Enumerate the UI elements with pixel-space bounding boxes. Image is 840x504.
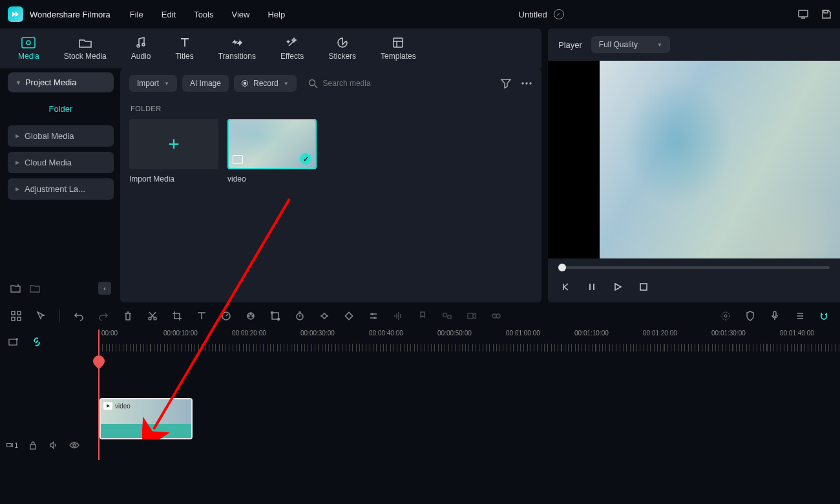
render-icon[interactable] — [466, 310, 478, 322]
timeline-tracks[interactable]: 00:00 00:00:10:00 00:00:20:00 00:00:30:0… — [98, 330, 840, 460]
mask-icon[interactable] — [343, 310, 355, 322]
tab-audio[interactable]: Audio — [131, 36, 151, 61]
tab-transitions[interactable]: Transitions — [218, 36, 256, 61]
track-icon[interactable] — [490, 310, 502, 322]
sidebar-item-cloud-media[interactable]: ▶ Cloud Media — [8, 152, 114, 173]
svg-point-22 — [248, 315, 249, 317]
shield-icon[interactable] — [744, 310, 756, 322]
ruler-tick: 00:00:30:00 — [300, 330, 335, 337]
new-folder-icon[interactable] — [10, 284, 21, 293]
svg-point-33 — [496, 314, 500, 318]
text-tool-icon[interactable] — [196, 310, 207, 322]
sidebar: ▼ Project Media Folder ▶ Global Media ▶ … — [8, 68, 114, 302]
stop-button[interactable] — [638, 282, 649, 292]
timer-icon[interactable] — [294, 310, 306, 322]
svg-rect-15 — [17, 317, 21, 320]
speed-icon[interactable] — [220, 310, 232, 322]
cut-icon[interactable] — [147, 310, 158, 322]
play-pause-button[interactable] — [587, 282, 597, 292]
progress-bar[interactable] — [558, 266, 830, 269]
tab-stock-media[interactable]: Stock Media — [64, 36, 107, 61]
redo-icon[interactable] — [98, 310, 109, 322]
quality-select[interactable]: Full Quality ▼ — [591, 36, 670, 53]
add-track-icon[interactable] — [8, 336, 19, 348]
keyframe-icon[interactable] — [319, 310, 330, 322]
player-panel: Player Full Quality ▼ — [548, 28, 840, 302]
list-icon[interactable] — [793, 310, 805, 322]
ai-image-button[interactable]: AI Image — [182, 75, 229, 92]
playhead[interactable] — [98, 330, 100, 460]
mute-icon[interactable] — [48, 439, 59, 451]
menu-file[interactable]: File — [130, 10, 143, 19]
timeline-toolbar — [0, 302, 840, 330]
video-track-icon[interactable]: 1 — [6, 439, 18, 451]
progress-thumb[interactable] — [558, 264, 566, 271]
svg-point-20 — [250, 313, 251, 315]
undo-icon[interactable] — [73, 310, 85, 322]
marker-icon[interactable] — [417, 310, 428, 322]
adjust-icon[interactable] — [368, 310, 379, 322]
group-icon[interactable] — [441, 310, 453, 322]
svg-rect-36 — [773, 311, 776, 317]
tab-titles[interactable]: Titles — [175, 36, 193, 61]
collapse-sidebar-button[interactable]: ‹ — [98, 282, 111, 295]
mic-icon[interactable] — [769, 310, 781, 322]
cursor-icon[interactable] — [35, 310, 47, 322]
tab-templates[interactable]: Templates — [381, 36, 416, 61]
menu-tools[interactable]: Tools — [194, 10, 213, 19]
ruler-tick: 00:00:10:00 — [163, 330, 198, 337]
save-icon[interactable] — [821, 8, 832, 20]
svg-point-8 — [521, 82, 523, 84]
tab-media[interactable]: Media — [18, 36, 39, 61]
separator — [59, 310, 60, 322]
timeline-ruler[interactable]: 00:00 00:00:10:00 00:00:20:00 00:00:30:0… — [98, 330, 840, 352]
transform-icon[interactable] — [269, 310, 281, 322]
svg-point-24 — [271, 312, 273, 314]
sidebar-item-label: Global Media — [25, 131, 74, 141]
ruler-tick: 00:01:30:00 — [711, 330, 746, 337]
grid-icon[interactable] — [10, 310, 22, 322]
sticker-icon — [337, 36, 348, 49]
folder-icon[interactable] — [30, 284, 40, 293]
menu-help[interactable]: Help — [268, 10, 285, 19]
display-icon[interactable] — [797, 8, 809, 20]
sidebar-folder-header[interactable]: Folder — [8, 98, 114, 120]
sidebar-item-label: Adjustment La... — [25, 184, 85, 194]
audio-tool-icon[interactable] — [392, 310, 404, 322]
record-button[interactable]: Record ▼ — [234, 75, 297, 92]
crop-icon[interactable] — [171, 310, 183, 322]
magnet-icon[interactable] — [818, 310, 830, 322]
ruler-tick: 00:01:10:00 — [574, 330, 609, 337]
svg-rect-31 — [468, 313, 473, 319]
sidebar-project-media[interactable]: ▼ Project Media — [8, 72, 114, 92]
import-media-tile[interactable]: + Import Media — [129, 119, 218, 184]
prev-frame-button[interactable] — [561, 282, 571, 292]
tab-media-label: Media — [18, 52, 39, 61]
filter-icon[interactable] — [500, 78, 512, 89]
search-input[interactable] — [323, 79, 495, 88]
more-icon[interactable] — [521, 78, 532, 89]
tab-effects[interactable]: Effects — [280, 36, 304, 61]
svg-point-40 — [73, 444, 76, 446]
tab-stickers[interactable]: Stickers — [328, 36, 356, 61]
menu-edit[interactable]: Edit — [162, 10, 176, 19]
auto-icon[interactable] — [720, 310, 731, 322]
import-button[interactable]: Import ▼ — [129, 75, 177, 92]
svg-rect-6 — [394, 38, 403, 47]
delete-icon[interactable] — [122, 310, 134, 322]
link-icon[interactable] — [31, 336, 43, 348]
media-toolbar: Import ▼ AI Image Record ▼ — [129, 75, 532, 92]
play-button[interactable] — [613, 282, 623, 292]
menu-view[interactable]: View — [231, 10, 249, 19]
eye-icon[interactable] — [68, 439, 80, 451]
sidebar-primary-label: Project Media — [25, 78, 76, 87]
media-item-video[interactable]: ✓ video — [227, 119, 317, 184]
tab-stock-media-label: Stock Media — [64, 52, 107, 61]
color-icon[interactable] — [245, 310, 257, 322]
timeline-clip[interactable]: ▶ video — [100, 398, 193, 439]
sidebar-item-adjustment-layer[interactable]: ▶ Adjustment La... — [8, 178, 114, 200]
tab-effects-label: Effects — [280, 52, 304, 61]
sidebar-item-global-media[interactable]: ▶ Global Media — [8, 125, 114, 147]
lock-icon[interactable] — [27, 439, 39, 451]
svg-point-34 — [722, 312, 730, 320]
